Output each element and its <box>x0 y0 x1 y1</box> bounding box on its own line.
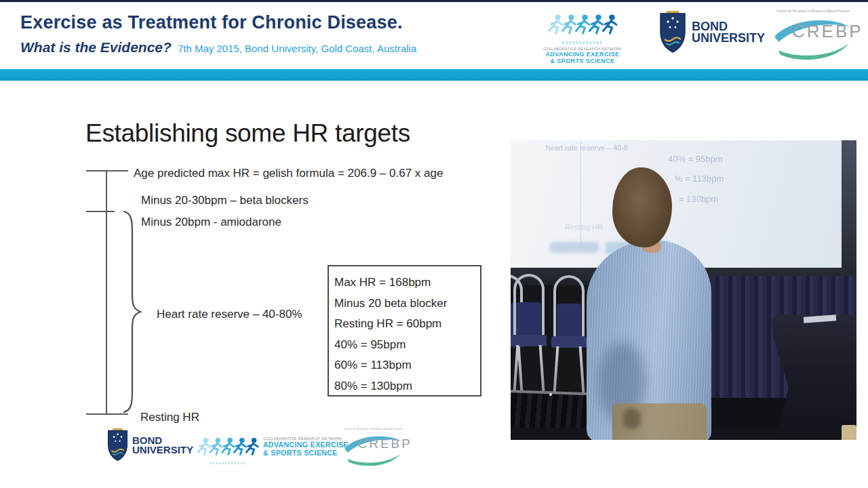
event-info: 7th May 2015, Bond University, Gold Coas… <box>178 43 416 54</box>
crn-sports-label: & SPORTS SCIENCE <box>263 449 349 457</box>
line-beta-blockers: Minus 20-30bpm – beta blockers <box>141 194 309 207</box>
chair-cushion <box>517 302 541 336</box>
footer-runners-logo: xxxxxxxxxxxx <box>194 431 262 465</box>
crn-advancing-label: ADVANCING EXERCISE <box>545 51 619 58</box>
line-resting-hr: Resting HR <box>140 411 199 424</box>
line-amiodarone: Minus 20bpm - amiodarone <box>141 216 281 229</box>
presentation-title: Exercise as Treatment for Chronic Diseas… <box>20 12 403 33</box>
stage-edge-marker <box>549 393 552 396</box>
runners-icon <box>546 7 619 41</box>
line-heart-rate-reserve: Heart rate reserve – 40-80% <box>157 308 302 321</box>
projected-text: heart rate reserve – 40-8 <box>546 144 628 152</box>
projected-text: 40% = 95bpm <box>668 154 723 164</box>
presentation-subtitle-row: What is the Evidence? 7th May 2015, Bond… <box>20 39 416 56</box>
diagram-vertical-line <box>106 171 107 415</box>
lecture-capture-frame: Exercise as Treatment for Chronic Diseas… <box>0 0 868 488</box>
curly-brace <box>122 210 142 413</box>
bond-university-logo: BOND UNIVERSITY <box>659 11 765 54</box>
diagram-mid-tick <box>86 211 115 212</box>
chair <box>553 275 585 394</box>
crn-advancing-label: ADVANCING EXERCISE <box>263 441 349 449</box>
crn-logo: xxxxxxxxxxxx COLLABORATIVE RESEARCH NETW… <box>539 7 626 64</box>
top-border-strip <box>0 0 868 2</box>
bond-shield-icon <box>659 11 686 54</box>
speaker-hair <box>612 167 672 247</box>
hr-box-line: 60% = 113bpm <box>334 355 480 376</box>
hr-box-line: Minus 20 beta blocker <box>334 293 480 314</box>
diagram-top-tick <box>86 170 128 171</box>
hr-calculation-box: Max HR = 168bpm Minus 20 beta blocker Re… <box>328 265 481 396</box>
accent-divider-bar <box>0 69 868 81</box>
wooden-chair-leg <box>842 425 856 440</box>
speaker-hand-in-pocket <box>623 409 641 429</box>
footer-bond-logo: BOND UNIVERSITY <box>107 428 193 462</box>
screen-frame-edge <box>842 140 856 279</box>
chair-cushion <box>557 304 581 338</box>
speaker <box>584 167 713 440</box>
bond-name-2: UNIVERSITY <box>132 445 193 455</box>
runners-icon <box>195 431 260 461</box>
presentation-subtitle: What is the Evidence? <box>20 39 172 56</box>
crn-chain-graphic: xxxxxxxxxxxx <box>210 461 246 465</box>
chair-leg <box>513 345 519 391</box>
hr-box-line: Max HR = 168bpm <box>334 272 480 293</box>
line-age-formula: Age predicted max HR = gelish formula = … <box>134 167 443 180</box>
slide-title: Establishing some HR targets <box>85 119 410 148</box>
hr-box-line: 80% = 130bpm <box>334 376 480 397</box>
chair-leg <box>553 346 559 392</box>
crn-sports-label: & SPORTS SCIENCE <box>551 58 615 64</box>
hr-box-line: Resting HR = 60bpm <box>334 314 480 335</box>
chair <box>513 274 545 393</box>
crebp-logo: Centre for Research in Evidence Based Pr… <box>770 9 856 62</box>
footer-crn-text: COLLABORATIVE RESEARCH NETWORK ADVANCING… <box>263 436 349 457</box>
crebp-acronym: CREBP <box>358 436 412 451</box>
bond-shield-icon <box>107 428 128 462</box>
speaker-video[interactable]: heart rate reserve – 40-8 40% = 95bpm % … <box>511 140 856 440</box>
bond-name-2: UNIVERSITY <box>692 33 765 44</box>
diagram-bottom-tick <box>86 413 128 415</box>
hr-box-line: 40% = 95bpm <box>334 335 480 356</box>
footer-crebp-logo: Centre for Research in Evidence Based Pr… <box>341 427 406 468</box>
crn-chain-graphic: xxxxxxxxxxxx <box>562 41 603 45</box>
chair-leg <box>539 345 545 391</box>
crebp-acronym: CREBP <box>792 21 863 42</box>
